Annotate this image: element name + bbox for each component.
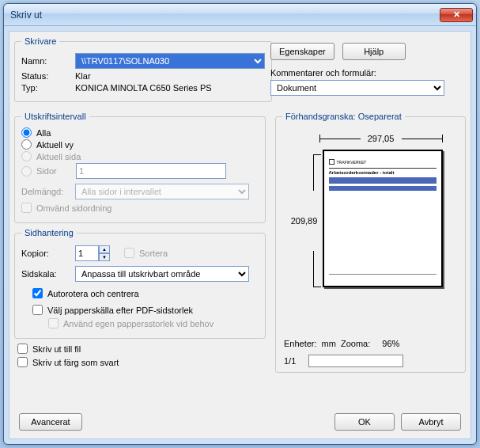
dim-tick	[319, 135, 320, 142]
print-dialog: Skriv ut ✕ Skrivare Namn: \\TRV0117\SOLN…	[3, 3, 477, 445]
client-area: Skrivare Namn: \\TRV0117\SOLNA030 Status…	[9, 31, 471, 439]
status-value: Klar	[75, 71, 91, 81]
print-as-black-label: Skriv ut färg som svart	[32, 358, 119, 367]
status-label: Status:	[21, 71, 75, 81]
range-current-page-radio	[21, 151, 32, 161]
name-label: Namn:	[21, 56, 75, 66]
type-value: KONICA MINOLTA C650 Series PS	[75, 83, 212, 93]
range-all-radio[interactable]	[21, 127, 32, 138]
reverse-order-label: Omvänd sidordning	[36, 203, 111, 213]
paper-source-label: Välj papperskälla efter PDF-sidstorlek	[47, 306, 193, 315]
scaling-label: Sidskala:	[21, 269, 75, 279]
doc-bar	[329, 177, 437, 184]
comments-label: Kommentarer och formulär:	[270, 68, 464, 78]
range-group: Utskriftsintervall Alla Aktuell vy Aktue…	[14, 112, 266, 223]
handling-legend: Sidhantering	[21, 228, 77, 237]
ok-button[interactable]: OK	[334, 413, 395, 431]
range-pages-input	[76, 163, 226, 179]
copies-label: Kopior:	[21, 249, 75, 258]
autorotate-checkbox[interactable]	[32, 288, 43, 298]
custom-size-label: Använd egen pappersstorlek vid behov	[63, 319, 214, 328]
collate-label: Sortera	[139, 249, 168, 258]
custom-size-checkbox	[48, 318, 59, 328]
preview-legend: Förhandsgranska: Oseparerat	[282, 112, 405, 121]
copies-down-button[interactable]: ▼	[99, 253, 110, 261]
page-count: 1/1	[284, 356, 296, 366]
dim-tick	[313, 154, 321, 155]
preview-box: 297,05 209,89	[296, 132, 446, 290]
preview-height: 209,89	[291, 216, 318, 226]
doc-brand: TRAFIKVERKET	[337, 160, 367, 165]
copies-up-button[interactable]: ▲	[99, 245, 110, 253]
reverse-order-checkbox	[21, 203, 32, 213]
close-icon: ✕	[453, 9, 460, 20]
help-button[interactable]: Hjälp	[342, 43, 406, 60]
range-all-label: Alla	[36, 128, 51, 138]
collate-checkbox	[124, 248, 134, 258]
autorotate-label: Autorotera och centrera	[47, 289, 139, 298]
dim-tick	[313, 287, 321, 287]
range-current-view-label: Aktuell vy	[36, 140, 74, 150]
preview-width: 297,05	[368, 134, 395, 143]
range-pages-label: Sidor	[36, 166, 76, 176]
doc-bar	[329, 186, 437, 191]
range-legend: Utskriftsintervall	[21, 112, 89, 121]
type-label: Typ:	[21, 83, 75, 93]
cancel-button[interactable]: Avbryt	[401, 413, 461, 431]
window-title: Skriv ut	[10, 9, 440, 21]
printer-name-select[interactable]: \\TRV0117\SOLNA030	[75, 53, 265, 69]
doc-footer	[329, 274, 437, 281]
subset-label: Delmängd:	[21, 187, 75, 196]
printer-group: Skrivare Namn: \\TRV0117\SOLNA030 Status…	[14, 36, 272, 102]
zoom-slider[interactable]	[308, 355, 403, 367]
print-to-file-label: Skriv ut till fil	[32, 344, 81, 354]
preview-page: TRAFIKVERKET Arbetsorderkostnader - tota…	[323, 150, 443, 287]
properties-button[interactable]: Egenskaper	[270, 43, 334, 60]
copies-input[interactable]	[75, 245, 99, 261]
units-value: mm	[322, 339, 336, 348]
printer-legend: Skrivare	[21, 36, 59, 46]
titlebar: Skriv ut ✕	[4, 4, 476, 26]
print-to-file-checkbox[interactable]	[17, 344, 28, 354]
scaling-select[interactable]: Anpassa till utskrivbart område	[75, 266, 249, 282]
units-label: Enheter:	[284, 339, 317, 348]
close-button[interactable]: ✕	[440, 8, 473, 22]
doc-logo-icon	[329, 159, 334, 165]
paper-source-checkbox[interactable]	[32, 305, 43, 315]
comments-select[interactable]: Dokument	[270, 80, 444, 96]
preview-group: Förhandsgranska: Oseparerat 297,05 209,8…	[275, 112, 466, 373]
advanced-button[interactable]: Avancerat	[19, 413, 82, 431]
handling-group: Sidhantering Kopior: ▲ ▼ Sortera	[14, 228, 266, 339]
range-pages-radio	[21, 166, 32, 177]
subset-select: Alla sidor i intervallet	[75, 184, 249, 199]
range-current-view-radio[interactable]	[21, 139, 32, 150]
zoom-label: Zooma:	[341, 339, 370, 348]
range-current-page-label: Aktuell sida	[36, 152, 81, 161]
dim-tick	[442, 135, 443, 142]
doc-title: Arbetsorderkostnader - totalt	[329, 170, 437, 175]
zoom-value: 96%	[382, 339, 399, 348]
print-as-black-checkbox[interactable]	[17, 357, 28, 367]
